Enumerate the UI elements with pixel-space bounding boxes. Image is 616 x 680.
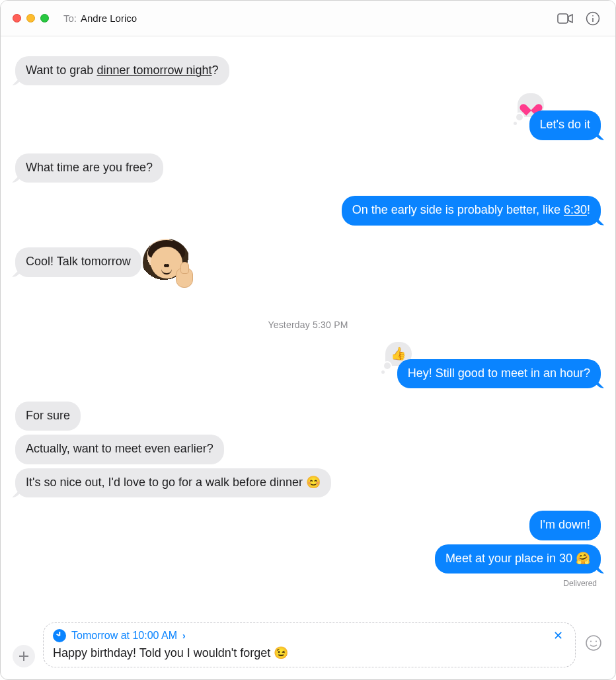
titlebar: To: Andre Lorico xyxy=(1,1,615,36)
compose-draft-text[interactable]: Happy birthday! Told you I wouldn't forg… xyxy=(53,646,566,660)
outgoing-message-bubble[interactable]: Let's do it xyxy=(529,110,601,140)
info-icon xyxy=(586,11,600,26)
apps-plus-button[interactable] xyxy=(13,645,35,667)
thumbs-up-icon: 👍 xyxy=(391,346,406,361)
outgoing-message-bubble[interactable]: I'm down! xyxy=(529,511,601,540)
message-text: Want to grab xyxy=(26,64,96,77)
timestamp-divider: Yesterday 5:30 PM xyxy=(15,319,601,330)
svg-rect-0 xyxy=(558,14,568,23)
message-text: On the early side is probably better, li… xyxy=(352,203,564,216)
chevron-right-icon: › xyxy=(182,630,186,641)
message-text: ? xyxy=(212,64,218,77)
incoming-message-bubble[interactable]: What time are you free? xyxy=(15,153,163,183)
outgoing-message-bubble[interactable]: Meet at your place in 30 🤗 xyxy=(435,544,601,574)
message-row: For sure Actually, want to meet even ear… xyxy=(15,402,601,497)
clock-icon xyxy=(53,629,66,642)
scheduled-send-chip[interactable]: Tomorrow at 10:00 AM › ✕ xyxy=(53,628,566,643)
message-row: Let's do it xyxy=(15,99,601,140)
fullscreen-window-button[interactable] xyxy=(40,14,49,22)
plus-icon xyxy=(19,651,29,661)
conversation-scroll[interactable]: Want to grab dinner tomorrow night? Let'… xyxy=(1,36,615,616)
emoji-picker-button[interactable] xyxy=(584,633,603,653)
outgoing-message-bubble[interactable]: Hey! Still good to meet in an hour? xyxy=(397,359,601,388)
compose-area: Tomorrow at 10:00 AM › ✕ Happy birthday!… xyxy=(1,616,615,679)
minimize-window-button[interactable] xyxy=(26,14,35,22)
details-button[interactable] xyxy=(582,9,603,28)
cancel-schedule-button[interactable]: ✕ xyxy=(551,628,566,643)
incoming-message-bubble[interactable]: Actually, want to meet even earlier? xyxy=(15,435,224,464)
incoming-message-bubble[interactable]: Cool! Talk tomorrow xyxy=(15,247,141,276)
message-row: Want to grab dinner tomorrow night? xyxy=(15,56,601,85)
delivery-status: Delivered xyxy=(563,579,601,588)
video-camera-icon xyxy=(557,13,573,24)
detected-time-link[interactable]: 6:30 xyxy=(564,203,587,216)
scheduled-time-label: Tomorrow at 10:00 AM xyxy=(71,630,177,642)
to-label: To: xyxy=(63,13,77,24)
message-row: Cool! Talk tomorrow xyxy=(15,239,601,286)
svg-point-7 xyxy=(590,640,592,642)
svg-point-6 xyxy=(586,636,601,650)
message-row: What time are you free? xyxy=(15,153,601,183)
facetime-video-button[interactable] xyxy=(555,9,576,28)
timestamp-time: 5:30 PM xyxy=(313,319,348,330)
window-controls xyxy=(13,14,49,22)
timestamp-day: Yesterday xyxy=(268,319,310,330)
outgoing-message-bubble[interactable]: On the early side is probably better, li… xyxy=(342,196,601,225)
heart-icon xyxy=(524,99,537,111)
detected-event-link[interactable]: dinner tomorrow night xyxy=(96,64,212,77)
messages-window: To: Andre Lorico Want to grab dinner tom… xyxy=(0,0,616,680)
memoji-sticker-thumbs-up[interactable] xyxy=(143,239,190,286)
close-window-button[interactable] xyxy=(13,14,21,22)
incoming-message-bubble[interactable]: Want to grab dinner tomorrow night? xyxy=(15,56,229,85)
incoming-message-bubble[interactable]: For sure xyxy=(15,402,81,431)
message-row: I'm down! Meet at your place in 30 🤗 Del… xyxy=(15,511,601,588)
svg-point-2 xyxy=(592,15,594,16)
message-row: 👍 Hey! Still good to meet in an hour? xyxy=(15,347,601,388)
message-text: ! xyxy=(587,203,590,216)
compose-field[interactable]: Tomorrow at 10:00 AM › ✕ Happy birthday!… xyxy=(43,622,576,667)
svg-point-8 xyxy=(596,640,597,642)
recipient-name[interactable]: Andre Lorico xyxy=(81,13,137,24)
incoming-message-bubble[interactable]: It's so nice out, I'd love to go for a w… xyxy=(15,468,331,497)
message-row: On the early side is probably better, li… xyxy=(15,196,601,225)
smiley-icon xyxy=(585,634,602,652)
